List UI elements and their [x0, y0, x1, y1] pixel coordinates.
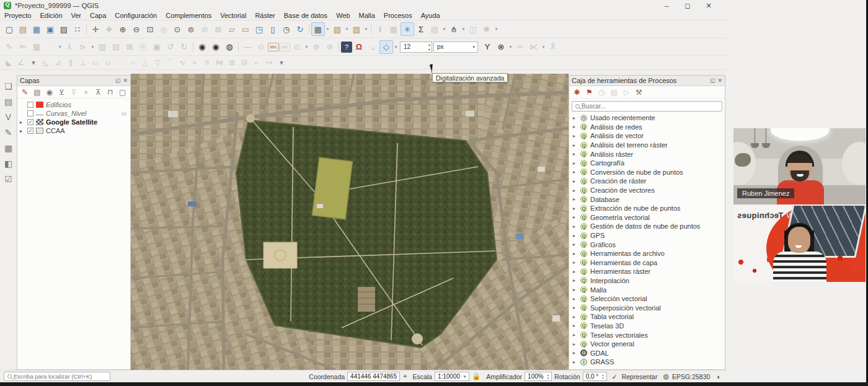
expand-arrow-icon[interactable]: ▸ — [573, 269, 577, 274]
toolbar-button[interactable]: ↪ — [263, 57, 275, 68]
toolbar-button[interactable]: ↻ — [177, 40, 191, 54]
toolbar-button[interactable] — [191, 40, 195, 54]
toolbar-button[interactable]: ▯ — [266, 22, 280, 36]
toolbox-group-row[interactable]: ▸ Q Herramientas ráster — [569, 267, 725, 276]
layers-toolbar-button[interactable]: ⊼ — [92, 88, 104, 97]
rotation-input[interactable]: 0,0 ° — [583, 372, 607, 381]
toolbar-button[interactable]: ✚ — [102, 22, 116, 36]
toolbox-group-label[interactable]: GDAL — [590, 349, 609, 357]
menu-item[interactable]: Capa — [86, 12, 110, 19]
menu-item[interactable]: Configuración — [110, 12, 161, 19]
toolbox-toolbar-button[interactable]: ▷ — [621, 88, 632, 97]
toolbox-toolbar-button[interactable]: ✱ — [571, 88, 583, 97]
toolbar-button[interactable]: ◇ — [379, 40, 393, 54]
menu-item[interactable]: Malla — [355, 12, 379, 19]
expand-arrow-icon[interactable]: ▸ — [573, 287, 577, 292]
toolbar-button[interactable]: ≈ — [188, 57, 201, 68]
toolbar-button[interactable]: — — [241, 40, 254, 54]
expand-arrow-icon[interactable]: ▸ — [573, 115, 577, 121]
toolbar-button[interactable]: ▾ — [90, 40, 95, 54]
toolbox-search[interactable] — [572, 101, 722, 112]
toolbox-group-label[interactable]: Análisis del terreno ráster — [590, 141, 668, 149]
toolbox-group-label[interactable]: Extracción de nube de puntos — [590, 204, 681, 212]
toolbar-button[interactable]: ⊞ — [226, 57, 238, 68]
toolbar-button[interactable]: ⊚ — [309, 40, 323, 54]
expand-arrow-icon[interactable]: ▸ — [573, 296, 577, 302]
toolbar-button[interactable]: ◍ — [223, 40, 236, 54]
layer-name[interactable]: Google Satellite — [46, 118, 97, 126]
toolbar-button[interactable]: ◫ — [466, 22, 480, 36]
minimize-button[interactable]: – — [656, 2, 677, 10]
expand-arrow-icon[interactable]: ▸ — [573, 196, 577, 202]
toolbar-button[interactable] — [307, 22, 311, 36]
toolbar-button[interactable]: ? — [341, 42, 352, 53]
toolbox-group-row[interactable]: ▸ Q Creación de vectores — [569, 186, 725, 195]
toolbox-group-label[interactable]: Gráficos — [590, 241, 616, 248]
toolbar-button[interactable]: ∥ — [64, 57, 77, 68]
expand-arrow-icon[interactable]: ▸ — [573, 305, 577, 310]
toolbar-button[interactable]: ℹ — [373, 22, 387, 36]
toolbar-button[interactable]: ▣ — [43, 22, 57, 36]
dock-icon[interactable]: V — [6, 112, 11, 122]
toolbox-group-row[interactable]: ▸ Q Análisis ráster — [569, 149, 725, 159]
render-checkbox[interactable]: ✓ — [612, 373, 618, 380]
toolbar-button[interactable]: ◷ — [280, 22, 293, 36]
toolbox-group-label[interactable]: Teselas 3D — [590, 322, 624, 330]
locator-search[interactable] — [4, 372, 110, 381]
layers-toolbar-button[interactable]: ✎ — [19, 88, 31, 97]
toolbar-button[interactable]: Ω — [352, 40, 366, 54]
toolbar-button[interactable]: ▤ — [16, 22, 30, 36]
dock-icon[interactable]: ▦ — [4, 143, 12, 153]
toolbar-button[interactable]: ▤ — [109, 40, 123, 54]
map-canvas[interactable] — [131, 74, 569, 370]
toolbar-button[interactable]: ▱ — [102, 57, 114, 68]
toolbar-button[interactable]: ⋔ — [447, 22, 461, 36]
toolbar-button[interactable]: ⊙ — [170, 22, 184, 36]
toolbox-group-label[interactable]: Análisis ráster — [590, 151, 633, 158]
toolbar-button[interactable]: ▾ — [393, 40, 399, 54]
toolbox-group-row[interactable]: ▸ Q Análisis de vector — [569, 131, 725, 141]
toolbox-toolbar-button[interactable]: ▤ — [608, 88, 620, 97]
toolbox-group-label[interactable]: Análisis de vector — [590, 132, 644, 139]
toolbar-button[interactable]: ▣ — [150, 40, 164, 54]
toolbar-button[interactable] — [236, 40, 241, 54]
dock-icon[interactable]: ▤ — [4, 97, 12, 107]
toolbar-button[interactable]: ▾ — [27, 57, 40, 68]
close-button[interactable]: ✕ — [698, 2, 719, 10]
dock-icon[interactable]: ◧ — [4, 159, 12, 169]
toolbox-group-label[interactable]: GPS — [590, 232, 604, 239]
toolbar-button[interactable] — [369, 22, 373, 36]
toolbar-button[interactable]: ∷ — [71, 22, 84, 36]
toolbar-button[interactable]: ◺ — [40, 57, 52, 68]
toolbox-group-label[interactable]: Creación de vectores — [590, 186, 655, 194]
toolbox-group-row[interactable]: ▸ ◷ Usado recientemente — [569, 113, 725, 123]
toolbar-button[interactable]: ▤ — [428, 22, 441, 36]
expand-arrow-icon[interactable]: ▸ — [573, 206, 577, 211]
toolbar-button[interactable]: ⎘ — [136, 40, 150, 54]
toolbar-button[interactable]: ◎ — [157, 22, 170, 36]
toolbar-button[interactable]: ⊛ — [323, 40, 337, 54]
panel-close-icon[interactable]: ✕ — [123, 77, 128, 84]
toolbox-group-label[interactable]: Superposición vectorial — [590, 304, 661, 312]
toolbox-group-row[interactable]: ▸ Q Superposición vectorial — [569, 303, 725, 312]
toolbar-button[interactable]: ⊙ — [254, 40, 268, 54]
panel-float-icon[interactable]: ◱ — [710, 77, 715, 84]
toolbar-button[interactable]: ▨ — [350, 22, 363, 36]
toolbar-button[interactable]: ↻ — [293, 22, 307, 36]
layer-name[interactable]: Curvas_Nivel — [46, 110, 86, 117]
toolbar-button[interactable]: ⅄ — [63, 40, 76, 54]
toolbar-button[interactable]: ✏ — [16, 40, 30, 54]
toolbox-group-row[interactable]: ▸ Q Teselas 3D — [569, 322, 725, 331]
lock-icon[interactable]: 🔒 — [472, 372, 481, 380]
menu-item[interactable]: Procesos — [379, 12, 417, 19]
toolbox-group-row[interactable]: ▸ Q Herramientas de capa — [569, 258, 725, 268]
toolbar-button[interactable]: ▩ — [311, 22, 325, 36]
toolbar-button[interactable]: ▾ — [541, 40, 546, 54]
toolbox-group-row[interactable]: ▸ Q Análisis de redes — [569, 123, 725, 132]
webcam-participant-2[interactable]: V Techniques — [733, 206, 866, 282]
toolbox-group-row[interactable]: ▸ Q Herramientas de archivo — [569, 249, 725, 258]
toolbox-group-row[interactable]: ▸ Q Interpolación — [569, 276, 725, 286]
menu-item[interactable]: Vectorial — [216, 12, 250, 19]
expand-arrow-icon[interactable]: ▸ — [573, 133, 577, 139]
toolbox-group-label[interactable]: Teselas vectoriales — [590, 331, 648, 339]
